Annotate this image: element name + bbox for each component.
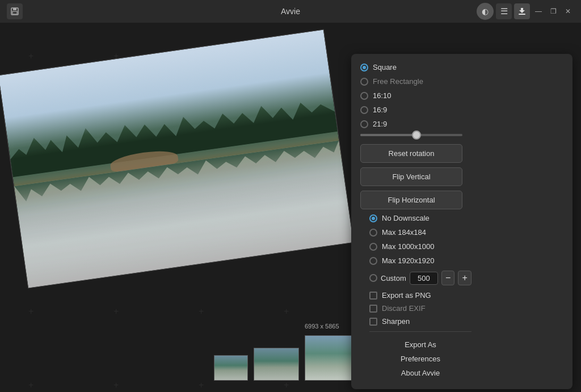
thumbnail-2[interactable] [254,348,299,381]
discard-exif-label: Discard EXIF [382,304,426,313]
scale-label-1000: Max 1000x1000 [382,242,435,251]
download-button[interactable] [514,3,530,19]
thumb-dimensions: 6993 x 5865 [305,323,339,330]
crop-label-square: Square [373,63,397,71]
crop-option-16-10[interactable]: 16:10 [360,91,462,100]
titlebar: Avvie ◐ ☰ — ❐ ✕ [0,0,581,23]
photo-image [0,30,353,288]
close-button[interactable]: ✕ [562,5,574,18]
radio-1920 [369,257,377,265]
svg-rect-3 [519,14,525,15]
panel-left: Square Free Rectangle 16:10 16:9 21:9 [360,63,462,214]
panel-right: No Downscale Max 184x184 Max 1000x1000 M… [369,214,471,380]
radio-square [360,64,368,71]
titlebar-left [7,3,23,19]
avatar-icon: ◐ [482,7,489,16]
radio-16-9 [360,106,368,114]
app-title: Avvie [281,7,300,16]
discard-exif-option[interactable]: Discard EXIF [369,304,471,313]
photo-container[interactable] [0,29,354,288]
crop-label-free-rectangle: Free Rectangle [373,77,423,86]
export-png-label: Export as PNG [382,291,431,300]
flip-horizontal-button[interactable]: Flip Horizontal [360,191,462,209]
rotation-slider-track[interactable] [360,134,462,136]
scale-label-184: Max 184x184 [382,228,426,237]
rotation-slider-row [360,134,462,136]
radio-16-10 [360,92,368,100]
svg-rect-2 [12,11,17,14]
thumb-wrapper-2 [254,348,299,381]
slider-thumb[interactable] [412,130,421,140]
crop-option-16-9[interactable]: 16:9 [360,106,462,114]
custom-scale-row: Custom 500 − + [369,271,471,285]
flip-vertical-button[interactable]: Flip Vertical [360,167,462,186]
slider-fill [360,134,416,136]
about-link[interactable]: About Avvie [369,366,471,380]
titlebar-right: ◐ ☰ — ❐ ✕ [477,3,574,20]
thumb-wrapper-1 [214,355,248,381]
scale-label-1920: Max 1920x1920 [382,256,435,265]
checkbox-export-png [369,292,377,300]
radio-free-rectangle [360,78,368,86]
scale-option-no-downscale[interactable]: No Downscale [369,214,471,222]
scale-option-184[interactable]: Max 184x184 [369,228,471,237]
minimize-button[interactable]: — [532,5,545,18]
settings-panel: Square Free Rectangle 16:10 16:9 21:9 [351,54,572,389]
scale-label-no-downscale: No Downscale [382,214,430,222]
maximize-button[interactable]: ❐ [547,5,559,18]
svg-rect-1 [13,8,16,10]
crop-label-21-9: 21:9 [373,120,387,128]
radio-21-9 [360,120,368,128]
sharpen-option[interactable]: Sharpen [369,317,471,326]
menu-button[interactable]: ☰ [496,3,512,19]
crop-option-free-rectangle[interactable]: Free Rectangle [360,77,462,86]
panel-divider [369,331,471,332]
radio-1000 [369,243,377,251]
export-png-option[interactable]: Export as PNG [369,291,471,300]
export-as-link[interactable]: Export As [369,338,471,352]
checkbox-sharpen [369,318,377,326]
radio-184 [369,229,377,237]
scale-option-1920[interactable]: Max 1920x1920 [369,256,471,265]
thumb-photo-1 [214,356,247,380]
radio-custom[interactable] [369,274,377,282]
scale-option-1000[interactable]: Max 1000x1000 [369,242,471,251]
custom-label: Custom [381,274,406,283]
avatar-toggle[interactable]: ◐ [477,3,494,20]
sharpen-label: Sharpen [382,317,410,326]
custom-increment-button[interactable]: + [458,271,471,285]
main-area: ++++++++++++++++++++++ [0,23,581,392]
save-icon[interactable] [7,3,23,19]
crop-label-16-10: 16:10 [373,91,391,100]
custom-decrement-button[interactable]: − [441,271,455,285]
crop-label-16-9: 16:9 [373,106,387,114]
checkbox-discard-exif [369,305,377,313]
preferences-link[interactable]: Preferences [369,352,471,366]
thumb-photo-2 [254,348,298,380]
crop-option-square[interactable]: Square [360,63,462,71]
custom-value-input[interactable]: 500 [410,272,438,285]
thumbnail-1[interactable] [214,355,248,381]
crop-option-21-9[interactable]: 21:9 [360,120,462,128]
radio-no-downscale [369,214,377,222]
reset-rotation-button[interactable]: Reset rotation [360,144,462,163]
